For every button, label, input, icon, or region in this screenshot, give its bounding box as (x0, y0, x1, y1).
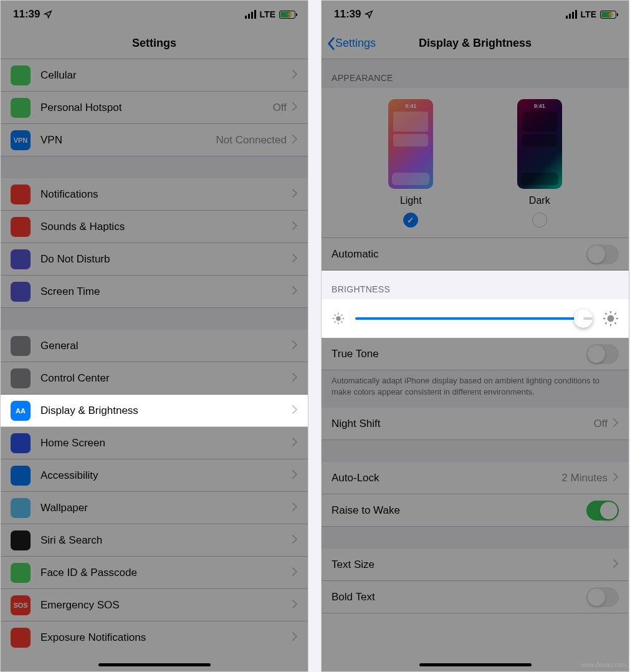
row-label: General (41, 340, 292, 352)
svg-point-0 (336, 316, 340, 320)
status-time: 11:39 (334, 8, 361, 21)
status-bar: 11:39 LTE ⚡ (322, 1, 629, 28)
status-bar: 11:39 LTE ⚡ (1, 1, 308, 28)
true-tone-row[interactable]: True Tone (322, 338, 629, 370)
chevron-right-icon (613, 559, 619, 571)
page-title: Settings (132, 37, 176, 50)
chevron-right-icon (613, 472, 619, 484)
page-title: Display & Brightness (419, 37, 532, 50)
dark-label: Dark (517, 195, 562, 206)
row-label: Do Not Disturb (41, 253, 292, 266)
carrier-label: LTE (260, 9, 275, 19)
bold-text-row[interactable]: Bold Text (322, 581, 629, 613)
dark-preview: 9:41 (517, 99, 562, 189)
appearance-header: APPEARANCE (322, 59, 629, 88)
app-icon (11, 249, 31, 269)
app-icon (11, 282, 31, 302)
settings-row-notifications[interactable]: Notifications (1, 178, 308, 211)
sun-small-icon (332, 312, 345, 325)
light-radio[interactable] (403, 213, 418, 228)
app-icon (11, 98, 31, 118)
svg-line-7 (335, 322, 336, 323)
chevron-right-icon (292, 599, 298, 612)
settings-row-display-brightness[interactable]: AADisplay & Brightness (1, 395, 308, 427)
auto-lock-row[interactable]: Auto-Lock 2 Minutes (322, 462, 629, 494)
row-label: Exposure Notifications (41, 631, 292, 644)
brightness-slider[interactable] (355, 317, 593, 320)
svg-line-8 (341, 315, 343, 316)
app-icon (11, 530, 31, 550)
settings-row-screen-time[interactable]: Screen Time (1, 276, 308, 308)
svg-line-15 (615, 323, 616, 324)
home-indicator (98, 663, 211, 666)
app-icon: VPN (11, 130, 31, 150)
nav-bar: Settings (1, 28, 308, 59)
settings-row-personal-hotspot[interactable]: Personal HotspotOff (1, 92, 308, 124)
settings-screen: 11:39 LTE ⚡ Settings CellularPersonal Ho… (0, 0, 308, 672)
appearance-dark-option[interactable]: 9:41 Dark (517, 99, 562, 228)
settings-row-accessibility[interactable]: Accessibility (1, 459, 308, 492)
location-icon (44, 10, 52, 19)
row-label: Face ID & Passcode (41, 567, 292, 579)
svg-line-5 (335, 315, 336, 316)
settings-row-home-screen[interactable]: Home Screen (1, 427, 308, 459)
settings-row-cellular[interactable]: Cellular (1, 59, 308, 92)
automatic-toggle[interactable] (586, 244, 619, 264)
chevron-right-icon (292, 372, 298, 385)
settings-row-face-id-passcode[interactable]: Face ID & Passcode (1, 557, 308, 589)
chevron-right-icon (292, 631, 298, 644)
brightness-slider-row (322, 299, 629, 338)
row-label: VPN (41, 134, 216, 146)
back-button[interactable]: Settings (327, 37, 376, 50)
settings-row-wallpaper[interactable]: Wallpaper (1, 492, 308, 524)
app-icon: SOS (11, 595, 31, 615)
settings-row-siri-search[interactable]: Siri & Search (1, 524, 308, 557)
chevron-right-icon (292, 253, 298, 266)
chevron-right-icon (292, 188, 298, 201)
true-tone-toggle[interactable] (586, 344, 619, 364)
app-icon (11, 563, 31, 583)
chevron-left-icon (327, 37, 335, 50)
app-icon (11, 185, 31, 204)
back-label: Settings (335, 37, 376, 50)
row-label: Sounds & Haptics (41, 221, 292, 233)
text-size-row[interactable]: Text Size (322, 549, 629, 581)
slider-thumb[interactable] (574, 309, 593, 328)
chevron-right-icon (292, 102, 298, 114)
bold-text-toggle[interactable] (586, 587, 619, 607)
appearance-light-option[interactable]: 9:41 Light (388, 99, 433, 228)
settings-row-emergency-sos[interactable]: SOSEmergency SOS (1, 589, 308, 622)
settings-list: CellularPersonal HotspotOffVPNVPNNot Con… (1, 59, 308, 654)
row-label: Notifications (41, 188, 292, 201)
app-icon (11, 466, 31, 486)
carrier-label: LTE (581, 9, 596, 19)
settings-row-general[interactable]: General (1, 330, 308, 362)
app-icon (11, 498, 31, 518)
automatic-row[interactable]: Automatic (322, 238, 629, 271)
raise-to-wake-row[interactable]: Raise to Wake (322, 494, 629, 527)
raise-to-wake-toggle[interactable] (586, 501, 619, 521)
chevron-right-icon (292, 437, 298, 449)
row-value: Off (273, 102, 287, 114)
display-brightness-screen: 11:39 LTE ⚡ Settings Display & Brightnes… (321, 0, 629, 672)
row-value: Not Connected (216, 134, 287, 146)
night-shift-row[interactable]: Night Shift Off (322, 408, 629, 440)
chevron-right-icon (292, 567, 298, 579)
row-label: Control Center (41, 372, 292, 385)
settings-row-control-center[interactable]: Control Center (1, 362, 308, 395)
app-icon: AA (11, 401, 31, 421)
app-icon (11, 628, 31, 648)
settings-row-exposure-notifications[interactable]: Exposure Notifications (1, 622, 308, 654)
home-indicator (419, 663, 532, 666)
chevron-right-icon (292, 405, 298, 417)
svg-line-17 (615, 313, 616, 314)
settings-row-sounds-haptics[interactable]: Sounds & Haptics (1, 211, 308, 243)
settings-row-do-not-disturb[interactable]: Do Not Disturb (1, 243, 308, 276)
row-label: Accessibility (41, 469, 292, 482)
appearance-selector: 9:41 Light 9:41 Dark (322, 88, 629, 238)
signal-icon (566, 10, 577, 19)
settings-row-vpn[interactable]: VPNVPNNot Connected (1, 124, 308, 156)
chevron-right-icon (292, 286, 298, 298)
dark-radio[interactable] (532, 213, 547, 228)
chevron-right-icon (292, 340, 298, 352)
